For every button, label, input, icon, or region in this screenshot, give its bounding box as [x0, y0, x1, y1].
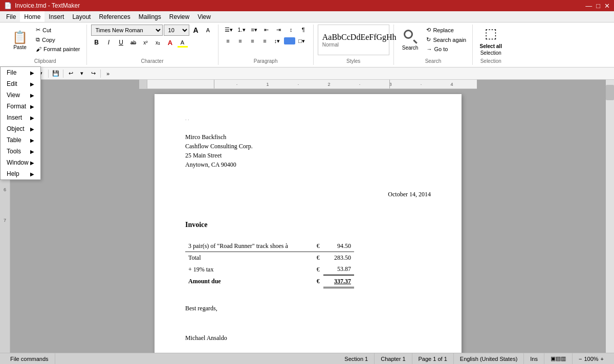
bold-button[interactable]: B — [91, 37, 102, 48]
paste-label: Paste — [13, 44, 27, 50]
ctx-window[interactable]: Window ▶ — [1, 157, 40, 168]
styles-preview[interactable]: AaBbCcDdEeFfGgHh Normal — [318, 25, 389, 55]
font-size-increase[interactable]: A — [190, 25, 202, 36]
search-again-button[interactable]: ↻ Search again — [424, 35, 468, 44]
ctx-tools[interactable]: Tools ▶ — [1, 146, 40, 157]
ctx-help-arrow: ▶ — [30, 171, 34, 177]
close-button[interactable]: ✕ — [604, 2, 610, 10]
menu-review[interactable]: Review — [165, 11, 193, 22]
paste-button[interactable]: 📋 Paste — [8, 25, 32, 55]
sort-button[interactable]: ↕ — [286, 25, 297, 35]
menu-references[interactable]: References — [95, 11, 134, 22]
document-page[interactable]: . . Mirco Backfisch Cashflow Consulting … — [155, 94, 462, 353]
font-color-button[interactable]: A — [165, 37, 176, 48]
ruler-mark-left — [214, 80, 214, 88]
align-center[interactable]: ≡ — [235, 36, 246, 46]
font-size-decrease[interactable]: A — [203, 25, 214, 36]
ctx-insert-arrow: ▶ — [30, 115, 34, 121]
font-family-select[interactable]: Times New Roman — [91, 25, 163, 36]
align-left[interactable]: ≡ — [223, 36, 234, 46]
menu-layout[interactable]: Layout — [68, 11, 95, 22]
status-page: Page 1 of 1 — [412, 353, 454, 364]
menu-view[interactable]: View — [193, 11, 215, 22]
zoom-decrease[interactable]: − — [579, 356, 582, 362]
scroll-thumb[interactable] — [606, 85, 614, 100]
status-zoom-controls: − 100% + — [573, 353, 610, 364]
ribbon-group-selection: ⬚ Select all Selection Selection — [473, 25, 509, 65]
bullets-button[interactable]: ☰▾ — [223, 25, 235, 35]
numbering-button[interactable]: 1.▾ — [236, 25, 248, 35]
menu-file[interactable]: File — [2, 11, 20, 22]
ctx-format-label: Format — [7, 103, 26, 110]
font-controls: Times New Roman 10 A A B I U ab x² x₂ A — [91, 25, 214, 56]
ctx-edit[interactable]: Edit ▶ — [1, 78, 40, 89]
table-row-tax: + 19% tax € 53.87 — [185, 263, 354, 275]
invoice-table: 3 pair(s) of "Road Runner" track shoes à… — [185, 240, 354, 288]
indent-decrease[interactable]: ⇤ — [261, 25, 272, 35]
minimize-button[interactable]: — — [585, 2, 592, 10]
search-button[interactable]: Search — [398, 25, 423, 55]
underline-button[interactable]: U — [116, 37, 127, 48]
view-icon-normal[interactable]: ▣ — [551, 355, 556, 362]
copy-icon: ⧉ — [36, 36, 40, 43]
cut-button[interactable]: ✂ Cut — [34, 26, 82, 34]
subscript-button[interactable]: x₂ — [152, 37, 164, 48]
format-painter-button[interactable]: 🖌 Format painter — [34, 45, 82, 53]
item-currency: € — [313, 240, 323, 252]
font-size-select[interactable]: 10 — [164, 25, 189, 36]
ctx-table[interactable]: Table ▶ — [1, 134, 40, 146]
ctx-help[interactable]: Help ▶ — [1, 168, 40, 179]
indent-increase[interactable]: ⇥ — [273, 25, 284, 35]
document-area[interactable]: · 1 · 2 · 3 · 4 · 5 · 6 · 7 — [10, 80, 606, 353]
right-scrollbar[interactable] — [606, 80, 614, 353]
ribbon-group-clipboard: 📋 Paste ✂ Cut ⧉ Copy 🖌 Format painter Cl… — [4, 25, 87, 65]
select-all-label[interactable]: Select all — [480, 43, 502, 49]
view-icon-outline[interactable]: ▤ — [556, 355, 561, 362]
table-row-total: Total € 283.50 — [185, 252, 354, 264]
zoom-increase[interactable]: + — [601, 356, 604, 362]
ctx-object[interactable]: Object ▶ — [1, 123, 40, 134]
ctx-table-label: Table — [7, 136, 21, 144]
pilcrow-button[interactable]: ¶ — [298, 25, 309, 35]
invoice-title: Invoice — [185, 219, 431, 230]
main-area: 3 4 5 6 7 File ▶ Edit ▶ View ▶ Format ▶ … — [0, 80, 614, 353]
border-button[interactable]: □▾ — [296, 36, 308, 46]
italic-button[interactable]: I — [103, 37, 115, 48]
ctx-format-arrow: ▶ — [30, 104, 34, 109]
toolbar-undo[interactable]: ↩ — [65, 69, 76, 79]
line-spacing[interactable]: ↕▾ — [272, 36, 283, 46]
copy-button[interactable]: ⧉ Copy — [34, 35, 82, 44]
status-view-icons: ▣ ▤ ▥ — [544, 353, 573, 364]
align-right[interactable]: ≡ — [247, 36, 258, 46]
align-justify[interactable]: ≡ — [259, 36, 271, 46]
ctx-file[interactable]: File ▶ — [1, 67, 40, 78]
style-sample: AaBbCcDdEeFfGgHh — [322, 33, 385, 42]
strikethrough-button[interactable]: ab — [128, 37, 139, 48]
go-to-button[interactable]: → Go to — [424, 45, 468, 53]
ctx-help-label: Help — [7, 170, 19, 177]
shading-button[interactable] — [284, 37, 295, 44]
view-icon-web[interactable]: ▥ — [561, 355, 566, 362]
highlight-button[interactable]: A — [177, 37, 188, 48]
ctx-view[interactable]: View ▶ — [1, 89, 40, 101]
ctx-edit-label: Edit — [7, 80, 17, 87]
ruler-numbers: · 1 · 2 · 3 · 4 · 5 · 6 · 7 — [152, 82, 477, 87]
menu-home[interactable]: Home — [20, 11, 45, 22]
search-again-icon: ↻ — [426, 36, 431, 43]
replace-button[interactable]: ⟲ Replace — [424, 26, 468, 34]
ribbon: 📋 Paste ✂ Cut ⧉ Copy 🖌 Format painter Cl… — [0, 22, 614, 67]
menu-insert[interactable]: Insert — [45, 11, 68, 22]
superscript-button[interactable]: x² — [140, 37, 151, 48]
toolbar-redo[interactable]: ↪ — [88, 69, 98, 79]
maximize-button[interactable]: □ — [596, 2, 600, 10]
toolbar-extra[interactable]: » — [103, 69, 113, 79]
sender-city: Anytown, CA 90400 — [185, 160, 431, 169]
outline-button[interactable]: ≡▾ — [249, 25, 260, 35]
ctx-format[interactable]: Format ▶ — [1, 101, 40, 112]
ctx-insert[interactable]: Insert ▶ — [1, 112, 40, 123]
toolbar-undo-arrow[interactable]: ▾ — [77, 69, 87, 79]
search-again-label: Search again — [433, 37, 466, 43]
menu-mailings[interactable]: Mailings — [135, 11, 165, 22]
toolbar-save[interactable]: 💾 — [51, 69, 61, 79]
font-row2: B I U ab x² x₂ A A — [91, 37, 214, 48]
